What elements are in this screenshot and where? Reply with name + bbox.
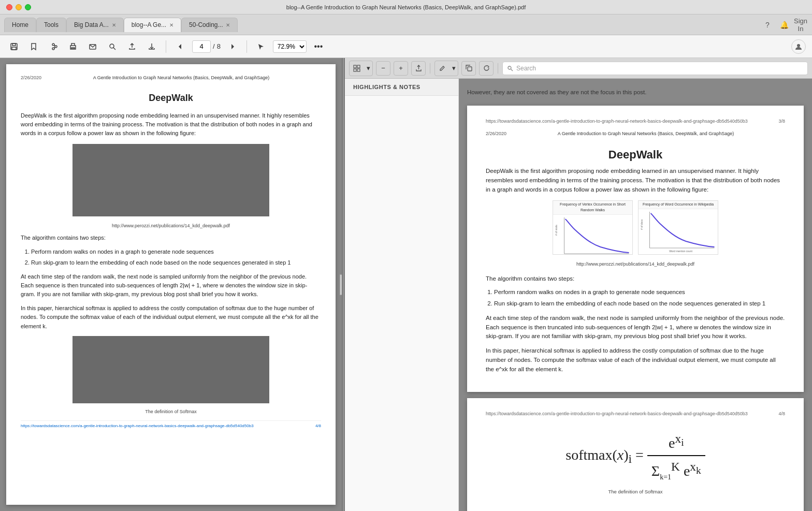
select-tool-button[interactable]: [253, 39, 269, 54]
tab-blog[interactable]: blog--A Ge... ✕: [124, 18, 181, 32]
window-title: blog--A Gentle Introduction to Graph Neu…: [286, 4, 526, 10]
browser-toolbar: Home Tools Big Data A... ✕ blog--A Ge...…: [0, 14, 812, 35]
svg-rect-2: [12, 47, 16, 50]
tab-tools-label: Tools: [44, 21, 59, 28]
notification-button[interactable]: 🔔: [777, 18, 791, 32]
user-avatar[interactable]: [791, 39, 806, 54]
svg-rect-23: [554, 215, 632, 255]
page-number-input[interactable]: [192, 40, 211, 53]
main-area: 2/26/2020 A Gentle Introduction to Graph…: [0, 58, 812, 511]
tab-tools[interactable]: Tools: [36, 18, 66, 32]
tab-bigdata-close[interactable]: ✕: [112, 22, 116, 28]
svg-marker-14: [231, 44, 234, 49]
zoom-in-right-button[interactable]: +: [394, 61, 408, 76]
refresh-right-button[interactable]: [479, 61, 494, 76]
chart-vertex: Frequency of Vertex Occurrence in Short …: [553, 200, 633, 255]
svg-rect-20: [468, 67, 472, 71]
softmax-caption: The definition of Softmax: [486, 488, 785, 496]
download-button[interactable]: [144, 39, 160, 54]
search-pdf-button[interactable]: [105, 39, 120, 54]
maximize-button[interactable]: [25, 4, 31, 10]
right-p3-num: 3/8: [778, 118, 785, 125]
more-options-button[interactable]: •••: [311, 39, 326, 54]
pencil-button[interactable]: [435, 61, 450, 76]
right-search-box[interactable]: Search: [502, 62, 808, 75]
toolbar-separator: [430, 63, 430, 74]
help-button[interactable]: ?: [760, 18, 775, 32]
pencil-dropdown[interactable]: ▾: [450, 61, 458, 76]
right-two-steps: The algorithm contains two steps:: [486, 274, 785, 284]
svg-rect-1: [12, 43, 16, 46]
svg-line-12: [113, 48, 115, 50]
charts-container: Frequency of Vertex Occurrence in Short …: [486, 200, 785, 255]
right-section: ▾ − + ▾: [345, 58, 812, 511]
svg-rect-19: [357, 69, 360, 71]
bookmark-button[interactable]: [26, 39, 41, 54]
right-step2: Run skip-gram to learn the embedding of …: [494, 299, 785, 309]
close-button[interactable]: [6, 4, 12, 10]
search-icon: [507, 65, 513, 71]
layout-dropdown[interactable]: ▾: [364, 61, 372, 76]
left-step1: Perform random walks on nodes in a graph…: [31, 247, 321, 256]
next-page-button[interactable]: [225, 39, 240, 54]
copy-right-button[interactable]: [461, 61, 476, 76]
total-pages: 8: [217, 42, 221, 50]
page-separator: /: [213, 42, 215, 50]
right-pdf-page3: https://towardsdatascience.com/a-gentle-…: [467, 106, 804, 392]
titlebar: blog--A Gentle Introduction to Graph Neu…: [0, 0, 812, 14]
svg-text:# of docs: # of docs: [640, 219, 643, 230]
share-right-button[interactable]: [411, 61, 426, 76]
left-pdf-center-title: A Gentle Introduction to Graph Neural Ne…: [93, 75, 269, 82]
chart-vertex-title: Frequency of Vertex Occurrence in Short …: [553, 201, 632, 215]
right-p3-url: https://towardsdatascience.com/a-gentle-…: [486, 118, 748, 125]
right-p4-num: 4/8: [778, 411, 785, 418]
signin-button[interactable]: Sign In: [793, 18, 808, 32]
top-note: However, they are not covered as they ar…: [467, 87, 804, 99]
svg-rect-18: [354, 69, 356, 71]
traffic-lights: [6, 4, 31, 10]
tabs-area: Home Tools Big Data A... ✕ blog--A Ge...…: [4, 18, 758, 32]
layout-button[interactable]: [350, 61, 364, 76]
minimize-button[interactable]: [16, 4, 22, 10]
softmax-formula-display: softmax(x)i = exi Σk=1K exk: [486, 428, 785, 484]
zoom-out-right-button[interactable]: −: [376, 61, 390, 76]
svg-point-3: [52, 43, 54, 46]
charts-caption: http://www.perozzi.net/publications/14_k…: [486, 261, 785, 268]
page-input-group: / 8: [192, 40, 221, 53]
svg-point-15: [797, 44, 800, 47]
right-para1: At each time step of the random walk, th…: [486, 314, 785, 341]
left-para1: At each time step of the random walk, th…: [21, 272, 321, 299]
left-section-title: DeepWalk: [21, 91, 321, 105]
tab-bigdata[interactable]: Big Data A... ✕: [66, 18, 124, 32]
zoom-select[interactable]: 72.9% 50% 75% 100% 125%: [273, 40, 307, 53]
left-footer: https://towardsdatascience.com/a-gentle-…: [21, 420, 321, 431]
left-step2: Run skip-gram to learn the embedding of …: [31, 258, 321, 267]
left-side-toggle[interactable]: ◁: [340, 274, 342, 295]
share-button[interactable]: [46, 39, 61, 54]
right-section-title: DeepWalk: [486, 146, 785, 164]
pdf-toolbar: / 8 72.9% 50% 75% 100% 125% •••: [0, 35, 812, 58]
tab-home[interactable]: Home: [4, 18, 36, 32]
right-para2: In this paper, hierarchical softmax is a…: [486, 346, 785, 374]
tab-blog-close[interactable]: ✕: [169, 22, 173, 28]
tab-coding[interactable]: 50-Coding... ✕: [181, 18, 238, 32]
left-two-steps: The algorithm contains two steps:: [21, 233, 321, 242]
upload-button[interactable]: [124, 39, 140, 54]
chart-vertex-inner: Vertex visitation count # of visits: [553, 215, 632, 255]
chart-word: Frequency of Word Occurrence in Wikipedi…: [638, 200, 718, 255]
print-button[interactable]: [65, 39, 81, 54]
right-pdf-viewer[interactable]: However, they are not covered as they ar…: [459, 79, 812, 511]
left-pdf-date: 2/26/2020: [21, 75, 41, 86]
svg-text:Word mention count: Word mention count: [669, 250, 692, 253]
tab-blog-label: blog--A Ge...: [132, 21, 166, 28]
tab-coding-close[interactable]: ✕: [226, 22, 230, 28]
highlights-panel: HIGHLIGHTS & NOTES: [345, 79, 459, 511]
left-pdf-page[interactable]: 2/26/2020 A Gentle Introduction to Graph…: [6, 64, 336, 505]
prev-page-button[interactable]: [172, 39, 188, 54]
save-button[interactable]: [6, 39, 22, 54]
svg-marker-13: [179, 44, 181, 49]
svg-rect-17: [357, 65, 360, 68]
divider[interactable]: [342, 58, 345, 511]
full-right-area: HIGHLIGHTS & NOTES However, they are not…: [345, 79, 812, 511]
email-button[interactable]: [85, 39, 100, 54]
